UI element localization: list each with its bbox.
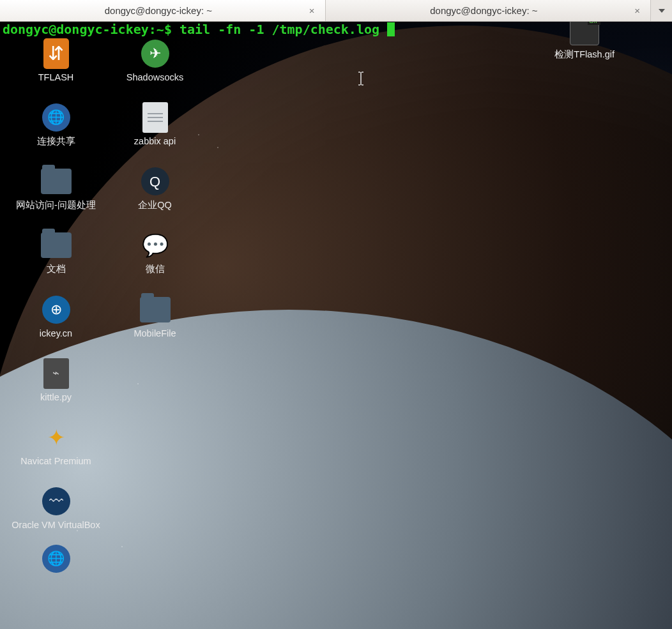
desktop-icon-label: 微信 (146, 263, 165, 275)
desktop-icon-shadowsocks[interactable]: ✈ Shadowsocks (105, 38, 204, 83)
chevron-down-icon (659, 9, 665, 13)
desktop-icon-wechat[interactable]: 💬 微信 (105, 230, 204, 275)
desktop-icon-label: 网站访问-问题处理 (16, 199, 96, 211)
tab-title: dongyc@dongyc-ickey: ~ (9, 5, 308, 16)
desktop-icon-navicat[interactable]: ✦ Navicat Premium (6, 422, 105, 467)
icon-column-2: ✈ Shadowsocks zabbix api Q 企业QQ 💬 微信 Mob… (105, 38, 204, 574)
link-icon: ⊕ (42, 296, 70, 324)
prompt-sep: : (149, 22, 157, 37)
desktop-icon-python-file[interactable]: ⌁ kittle.py (6, 358, 105, 403)
shadowsocks-icon: ✈ (141, 40, 169, 68)
python-icon: ⌁ (43, 358, 69, 389)
desktop-icon-tflash[interactable]: ⇵ TFLASH (6, 38, 105, 83)
desktop-icon-share[interactable]: 🌐 连接共享 (6, 102, 105, 147)
desktop-icon-access-issues[interactable]: 网站访问-问题处理 (6, 166, 105, 211)
desktop-icon-mobilefile[interactable]: MobileFile (105, 294, 204, 339)
desktop-icon-label: ickey.cn (40, 328, 72, 339)
globe-icon: 🌐 (42, 545, 70, 573)
desktop-icon-label: 检测TFlash.gif (554, 49, 615, 60)
tab-title: dongyc@dongyc-ickey: ~ (335, 5, 634, 16)
window-menu-button[interactable] (650, 0, 672, 21)
prompt-symbol: $ (164, 22, 172, 37)
desktop-icon-label: 连接共享 (37, 135, 75, 147)
desktop-icon-documents[interactable]: 文档 (6, 230, 105, 275)
terminal-body[interactable]: dongyc@dongyc-ickey:~$ tail -fn -1 /tmp/… (0, 22, 397, 37)
desktop-icon-ickey-link[interactable]: ⊕ ickey.cn (6, 294, 105, 339)
desktop-icon-partial[interactable]: 🌐 (6, 543, 105, 574)
desktop-icon-label: kittle.py (40, 391, 72, 403)
text-cursor-icon (358, 72, 364, 86)
desktop-icon-grid: ⇵ TFLASH 🌐 连接共享 网站访问-问题处理 文档 ⊕ ickey.cn … (6, 38, 204, 574)
desktop-icon-label: zabbix api (134, 135, 176, 147)
desktop-icon-gif[interactable]: 检测TFlash.gif (554, 15, 615, 60)
terminal-tab-1[interactable]: dongyc@dongyc-ickey: ~ × (0, 0, 326, 21)
close-icon[interactable]: × (308, 5, 316, 16)
folder-icon (41, 169, 72, 194)
desktop-icon-zabbix-file[interactable]: zabbix api (105, 102, 204, 147)
desktop-background: 检测TFlash.gif ⇵ TFLASH 🌐 连接共享 网站访问-问题处理 文… (0, 0, 672, 629)
wechat-icon: 💬 (140, 230, 171, 261)
desktop-icon-label: Oracle VM VirtualBox (11, 519, 100, 531)
terminal-prompt-line: dongyc@dongyc-ickey:~$ tail -fn -1 /tmp/… (3, 22, 395, 37)
folder-icon (41, 232, 72, 258)
desktop-icon-label: Navicat Premium (20, 455, 91, 467)
terminal-cursor (387, 22, 395, 36)
qq-icon: Q (141, 167, 169, 195)
desktop-icon-label: TFLASH (38, 72, 74, 83)
desktop-icon-qq[interactable]: Q 企业QQ (105, 166, 204, 211)
close-icon[interactable]: × (633, 5, 641, 16)
prompt-command: tail -fn -1 /tmp/check.log (179, 22, 379, 37)
desktop-icon-virtualbox[interactable]: 〰 Oracle VM VirtualBox (6, 486, 105, 531)
desktop-icon-label: 企业QQ (138, 199, 172, 211)
desktop-icon-label: Shadowsocks (126, 72, 183, 83)
desktop-icon-label: 文档 (47, 263, 66, 275)
navicat-icon: ✦ (42, 423, 70, 451)
terminal-window: dongyc@dongyc-ickey: ~ × dongyc@dongyc-i… (0, 0, 672, 22)
desktop-icon-label: MobileFile (134, 328, 176, 339)
terminal-tab-2[interactable]: dongyc@dongyc-ickey: ~ × (326, 0, 651, 21)
prompt-userhost: dongyc@dongyc-ickey (3, 22, 149, 37)
globe-icon: 🌐 (42, 103, 70, 132)
window-titlebar: dongyc@dongyc-ickey: ~ × dongyc@dongyc-i… (0, 0, 672, 22)
usb-icon: ⇵ (43, 38, 69, 69)
virtualbox-icon: 〰 (42, 487, 70, 515)
prompt-path: ~ (157, 22, 164, 37)
icon-column-1: ⇵ TFLASH 🌐 连接共享 网站访问-问题处理 文档 ⊕ ickey.cn … (6, 38, 105, 574)
folder-icon (140, 297, 171, 322)
text-file-icon (142, 102, 168, 133)
